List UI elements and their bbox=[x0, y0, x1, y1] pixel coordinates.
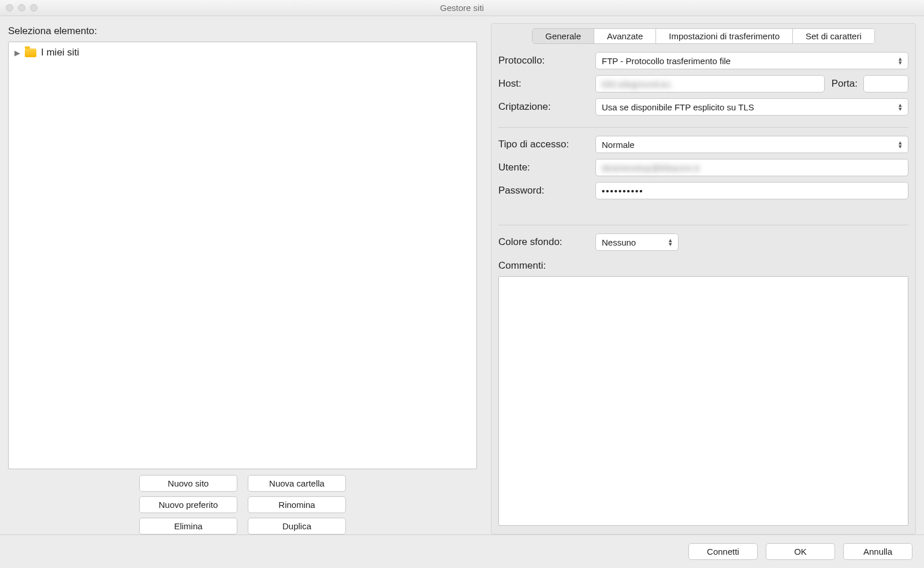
tab-charset-label: Set di caratteri bbox=[806, 31, 862, 41]
duplicate-label: Duplica bbox=[282, 521, 311, 531]
divider bbox=[498, 225, 908, 225]
duplicate-button[interactable]: Duplica bbox=[248, 518, 346, 534]
password-value: •••••••••• bbox=[602, 186, 644, 196]
tab-general[interactable]: Generale bbox=[532, 29, 594, 43]
tab-advanced-label: Avanzate bbox=[607, 31, 643, 41]
window-title: Gestore siti bbox=[0, 3, 924, 13]
chevron-up-down-icon: ▴▾ bbox=[899, 103, 902, 111]
new-site-button[interactable]: Nuovo sito bbox=[139, 475, 237, 492]
folder-icon bbox=[25, 49, 36, 57]
port-value[interactable] bbox=[870, 79, 902, 89]
tab-bar: Generale Avanzate Impostazioni di trasfe… bbox=[532, 28, 874, 44]
host-input[interactable]: it30.siteground.eu bbox=[595, 75, 825, 92]
titlebar: Gestore siti bbox=[0, 0, 924, 16]
logon-type-select[interactable]: Normale ▴▾ bbox=[595, 136, 908, 153]
protocol-label: Protocollo: bbox=[498, 55, 595, 66]
port-input[interactable] bbox=[863, 75, 908, 92]
logon-type-value: Normale bbox=[602, 140, 635, 150]
encryption-select[interactable]: Usa se disponibile FTP esplicito su TLS … bbox=[595, 98, 908, 116]
comments-label: Commenti: bbox=[498, 260, 908, 272]
divider bbox=[498, 127, 908, 128]
new-bookmark-button[interactable]: Nuovo preferito bbox=[139, 496, 237, 513]
protocol-value: FTP - Protocollo trasferimento file bbox=[602, 56, 731, 66]
user-input[interactable]: desireesetup@kibacom.it bbox=[595, 159, 908, 176]
user-label: Utente: bbox=[498, 162, 595, 173]
tab-advanced[interactable]: Avanzate bbox=[594, 29, 656, 43]
cancel-label: Annulla bbox=[863, 547, 892, 556]
chevron-up-down-icon: ▴▾ bbox=[899, 57, 902, 65]
user-value: desireesetup@kibacom.it bbox=[602, 163, 699, 173]
new-folder-button[interactable]: Nuova cartella bbox=[248, 475, 346, 492]
encryption-label: Criptazione: bbox=[498, 101, 595, 113]
logon-type-label: Tipo di accesso: bbox=[498, 139, 595, 150]
disclosure-triangle-icon[interactable]: ▶ bbox=[14, 49, 20, 57]
dialog-footer: Connetti OK Annulla bbox=[0, 534, 924, 568]
ok-label: OK bbox=[794, 547, 807, 556]
port-label: Porta: bbox=[832, 78, 858, 90]
delete-button[interactable]: Elimina bbox=[139, 518, 237, 534]
password-input[interactable]: •••••••••• bbox=[595, 182, 908, 199]
select-entry-label: Seleziona elemento: bbox=[8, 25, 477, 37]
bgcolor-label: Colore sfondo: bbox=[498, 236, 595, 248]
encryption-value: Usa se disponibile FTP esplicito su TLS bbox=[602, 102, 754, 112]
new-site-label: Nuovo sito bbox=[168, 478, 209, 488]
bgcolor-select[interactable]: Nessuno ▴▾ bbox=[595, 233, 679, 251]
delete-label: Elimina bbox=[174, 521, 202, 531]
rename-button[interactable]: Rinomina bbox=[248, 496, 346, 513]
cancel-button[interactable]: Annulla bbox=[843, 543, 912, 560]
ok-button[interactable]: OK bbox=[766, 543, 835, 560]
tree-root-item[interactable]: ▶ I miei siti bbox=[14, 47, 471, 58]
new-folder-label: Nuova cartella bbox=[269, 478, 325, 488]
protocol-select[interactable]: FTP - Protocollo trasferimento file ▴▾ bbox=[595, 52, 908, 69]
password-label: Password: bbox=[498, 185, 595, 196]
chevron-up-down-icon: ▴▾ bbox=[899, 140, 902, 149]
comments-textarea[interactable] bbox=[498, 276, 908, 526]
connect-label: Connetti bbox=[707, 547, 739, 556]
chevron-up-down-icon: ▴▾ bbox=[669, 238, 672, 246]
tab-general-label: Generale bbox=[545, 31, 581, 41]
tab-charset[interactable]: Set di caratteri bbox=[793, 29, 874, 43]
tab-transfer[interactable]: Impostazioni di trasferimento bbox=[656, 29, 793, 43]
tree-root-label: I miei siti bbox=[41, 47, 79, 58]
bgcolor-value: Nessuno bbox=[602, 237, 636, 247]
tab-transfer-label: Impostazioni di trasferimento bbox=[669, 31, 780, 41]
connect-button[interactable]: Connetti bbox=[688, 543, 758, 560]
host-label: Host: bbox=[498, 78, 595, 90]
new-bookmark-label: Nuovo preferito bbox=[159, 500, 218, 510]
host-value: it30.siteground.eu bbox=[602, 79, 670, 89]
site-tree[interactable]: ▶ I miei siti bbox=[8, 42, 477, 469]
rename-label: Rinomina bbox=[278, 500, 315, 510]
